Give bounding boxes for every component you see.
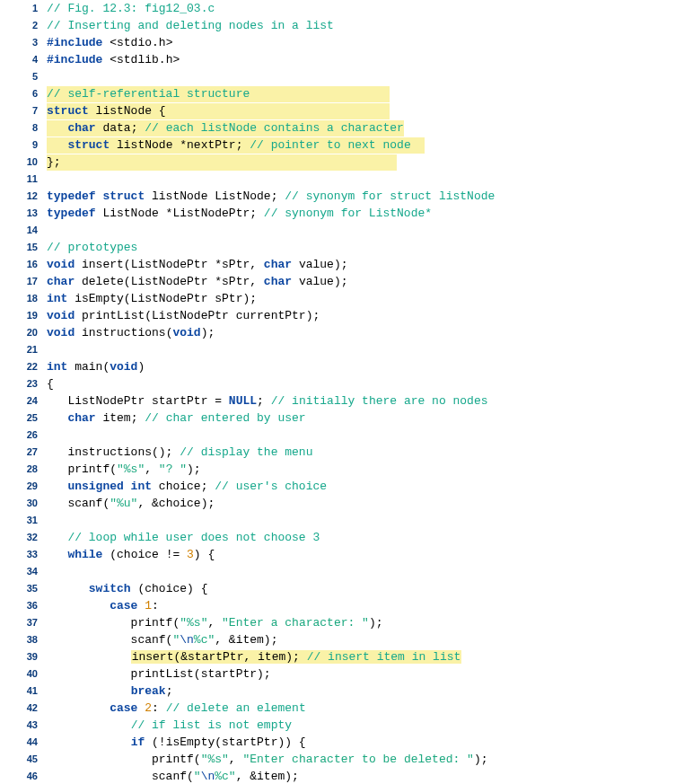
- code-line: 19void printList(ListNodePtr currentPtr)…: [13, 307, 671, 324]
- code-line: 14: [13, 222, 671, 239]
- line-number: 10: [13, 154, 38, 170]
- code-text: scanf("\n%c", &item);: [47, 769, 299, 784]
- code-text: break;: [47, 683, 172, 700]
- code-text: char item; // char entered by user: [47, 410, 306, 427]
- code-text: };: [47, 154, 397, 171]
- line-number: 16: [13, 256, 38, 272]
- code-text: case 2: // delete an element: [47, 700, 306, 717]
- line-number: 1: [13, 0, 38, 16]
- line-number: 14: [13, 222, 38, 238]
- line-number: 43: [13, 717, 38, 733]
- code-line: 20void instructions(void);: [13, 324, 671, 341]
- line-number: 36: [13, 597, 38, 613]
- code-text: case 1:: [47, 598, 159, 614]
- code-text: // self-referential structure: [47, 86, 390, 102]
- code-text: scanf("%u", &choice);: [47, 496, 215, 512]
- code-text: // if list is not empty: [47, 718, 292, 734]
- code-line: 5: [13, 68, 671, 85]
- code-text: #include <stdlib.h>: [47, 52, 180, 68]
- code-text: ListNodePtr startPtr = NULL; // initiall…: [47, 393, 488, 410]
- code-text: while (choice != 3) {: [47, 547, 215, 563]
- code-text: void instructions(void);: [47, 325, 215, 341]
- line-number: 13: [13, 205, 38, 221]
- code-line: 45 printf("%s", "Enter character to be d…: [13, 751, 671, 768]
- line-number: 28: [13, 461, 38, 477]
- line-number: 46: [13, 768, 38, 784]
- line-number: 44: [13, 734, 38, 750]
- line-number: 6: [13, 85, 38, 101]
- code-line: 24 ListNodePtr startPtr = NULL; // initi…: [13, 392, 671, 410]
- code-line: 11: [13, 171, 671, 188]
- line-number: 2: [13, 17, 38, 33]
- code-text: insert(&startPtr, item); // insert item …: [47, 649, 461, 665]
- code-line: 38 scanf("\n%c", &item);: [13, 631, 671, 648]
- line-number: 19: [13, 307, 38, 323]
- code-line: 9 struct listNode *nextPtr; // pointer t…: [13, 137, 671, 154]
- code-line: 46 scanf("\n%c", &item);: [13, 768, 671, 784]
- line-number: 34: [13, 563, 38, 579]
- code-text: #include <stdio.h>: [47, 35, 172, 51]
- code-text: printf("%s", "Enter character to be dele…: [47, 752, 488, 768]
- code-text: // prototypes: [47, 240, 137, 256]
- code-text: [47, 564, 54, 580]
- code-line: 28 printf("%s", "? ");: [13, 461, 671, 478]
- line-number: 33: [13, 546, 38, 562]
- line-number: 8: [13, 119, 38, 136]
- line-number: 40: [13, 665, 38, 682]
- line-number: 42: [13, 700, 38, 716]
- code-text: printList(startPtr);: [47, 666, 271, 683]
- code-text: instructions(); // display the menu: [47, 445, 312, 461]
- code-text: scanf("\n%c", &item);: [47, 632, 277, 648]
- line-number: 35: [13, 580, 38, 596]
- code-text: [47, 342, 54, 358]
- code-line: 22int main(void): [13, 358, 671, 375]
- line-number: 31: [13, 512, 38, 528]
- code-line: 3#include <stdio.h>: [13, 34, 671, 51]
- code-line: 32 // loop while user does not choose 3: [13, 529, 671, 546]
- code-text: switch (choice) {: [47, 581, 207, 597]
- line-number: 32: [13, 529, 38, 545]
- line-number: 20: [13, 324, 38, 340]
- code-text: printf("%s", "? ");: [47, 462, 201, 478]
- code-line: 12typedef struct listNode ListNode; // s…: [13, 188, 671, 205]
- code-text: typedef struct listNode ListNode; // syn…: [47, 189, 495, 205]
- line-number: 11: [13, 171, 38, 187]
- code-line: 29 unsigned int choice; // user's choice: [13, 478, 671, 495]
- code-line: 10};: [13, 154, 671, 171]
- line-number: 21: [13, 341, 38, 357]
- code-text: [47, 427, 54, 444]
- line-number: 18: [13, 290, 38, 306]
- code-line: 17char delete(ListNodePtr *sPtr, char va…: [13, 273, 671, 290]
- line-number: 15: [13, 239, 38, 255]
- line-number: 4: [13, 51, 38, 67]
- line-number: 9: [13, 137, 38, 153]
- code-line: 40 printList(startPtr);: [13, 665, 671, 683]
- code-text: unsigned int choice; // user's choice: [47, 479, 327, 495]
- code-listing: 1// Fig. 12.3: fig12_03.c2// Inserting a…: [0, 0, 684, 784]
- code-text: [47, 69, 54, 85]
- code-line: 6// self-referential structure: [13, 85, 671, 102]
- code-line: 31: [13, 512, 671, 529]
- line-number: 41: [13, 683, 38, 699]
- code-line: 13typedef ListNode *ListNodePtr; // syno…: [13, 205, 671, 222]
- code-text: struct listNode {: [47, 103, 390, 119]
- code-line: 1// Fig. 12.3: fig12_03.c: [13, 0, 671, 17]
- line-number: 22: [13, 358, 38, 374]
- code-text: [47, 172, 54, 188]
- code-line: 43 // if list is not empty: [13, 717, 671, 734]
- code-line: 26: [13, 427, 671, 444]
- line-number: 5: [13, 68, 38, 84]
- code-line: 7struct listNode {: [13, 102, 671, 119]
- line-number: 24: [13, 392, 38, 409]
- code-text: char data; // each listNode contains a c…: [47, 120, 404, 137]
- line-number: 3: [13, 34, 38, 50]
- code-line: 36 case 1:: [13, 597, 671, 614]
- code-text: void insert(ListNodePtr *sPtr, char valu…: [47, 257, 348, 273]
- code-text: void printList(ListNodePtr currentPtr);: [47, 308, 320, 324]
- code-line: 27 instructions(); // display the menu: [13, 444, 671, 461]
- code-line: 15// prototypes: [13, 239, 671, 256]
- code-line: 37 printf("%s", "Enter a character: ");: [13, 614, 671, 631]
- line-number: 37: [13, 614, 38, 630]
- code-text: {: [47, 376, 54, 392]
- line-number: 17: [13, 273, 38, 289]
